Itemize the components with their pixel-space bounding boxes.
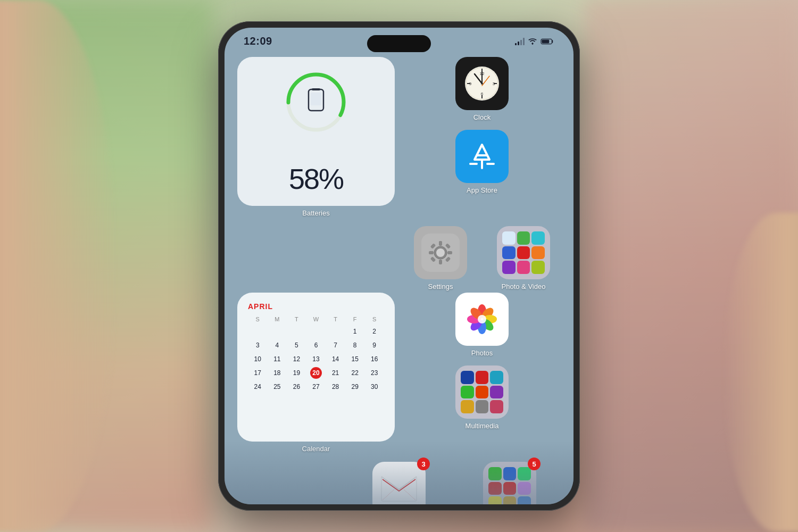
dynamic-island (367, 35, 431, 52)
dock-area (225, 440, 573, 504)
calendar-grid: 1 2 3 4 5 6 7 8 9 10 11 (248, 326, 384, 393)
photos-label: Photos (471, 349, 493, 357)
phone-device: 12:09 (218, 21, 580, 511)
svg-text:9: 9 (469, 81, 472, 86)
status-icons (515, 38, 554, 45)
signal-icon (515, 38, 525, 45)
calendar-month: APRIL (248, 302, 384, 311)
settings-label: Settings (428, 282, 453, 290)
svg-point-0 (532, 43, 534, 45)
photo-video-label: Photo & Video (502, 282, 546, 290)
svg-point-21 (481, 82, 483, 85)
svg-point-36 (436, 248, 445, 257)
clock-label: Clock (473, 113, 491, 121)
status-time: 12:09 (244, 35, 272, 47)
svg-rect-28 (439, 241, 442, 246)
svg-text:6: 6 (481, 92, 484, 96)
svg-rect-29 (439, 260, 442, 264)
multimedia-label: Multimedia (466, 422, 499, 430)
app-clock[interactable]: 12 3 6 9 (403, 57, 561, 121)
app-appstore[interactable]: App Store (403, 130, 561, 194)
wifi-icon (528, 38, 537, 45)
calendar-today: 20 (310, 367, 322, 379)
battery-widget-label: Batteries (302, 209, 329, 217)
app-photos[interactable]: Photos (403, 293, 561, 357)
battery-percent-text: 58% (289, 162, 343, 195)
svg-text:3: 3 (493, 81, 495, 86)
svg-rect-30 (429, 251, 434, 254)
photos-icon-bg (455, 293, 509, 346)
battery-status-icon (541, 38, 554, 45)
phone-screen: 12:09 (225, 28, 573, 504)
app-settings[interactable]: Settings (403, 226, 478, 290)
gmail-badge: 3 (417, 458, 430, 470)
status-bar: 12:09 (225, 28, 573, 52)
battery-widget[interactable]: 58% (237, 57, 395, 206)
appstore-icon-bg (455, 130, 509, 183)
app-multimedia[interactable]: Multimedia (403, 365, 561, 430)
calendar-header: S M T W T F S (248, 316, 384, 322)
svg-rect-31 (447, 251, 452, 254)
calendar-widget[interactable]: APRIL S M T W T F S (237, 293, 395, 442)
svg-rect-2 (542, 39, 549, 43)
battery-ring-svg (281, 68, 351, 137)
settings-icon-bg (414, 226, 467, 279)
battery-circle (281, 68, 351, 137)
home-content: 58% (225, 52, 573, 504)
app-photo-video[interactable]: Photo & Video (486, 226, 561, 290)
social-badge: 5 (528, 458, 541, 470)
clock-icon-bg: 12 3 6 9 (455, 57, 509, 110)
svg-point-45 (478, 315, 486, 323)
phone-body: 12:09 (218, 21, 580, 511)
appstore-label: App Store (467, 186, 497, 194)
